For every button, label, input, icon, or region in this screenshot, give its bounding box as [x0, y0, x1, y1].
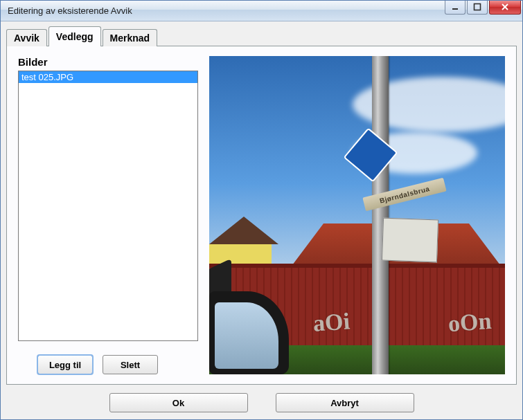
- window-frame: Editering av eksisterende Avvik Avvik Ve…: [0, 0, 523, 420]
- tab-merknad[interactable]: Merknad: [103, 29, 158, 46]
- preview-pole: [372, 56, 389, 374]
- close-button[interactable]: [489, 1, 521, 15]
- svg-rect-0: [452, 8, 458, 10]
- window-controls: [443, 1, 521, 15]
- client-area: Avvik Vedlegg Merknad Bilder test 025.JP…: [1, 21, 522, 419]
- tab-avvik[interactable]: Avvik: [6, 29, 47, 46]
- preview-info-panel: [382, 218, 438, 263]
- titlebar[interactable]: Editering av eksisterende Avvik: [1, 1, 522, 21]
- attachment-listbox[interactable]: test 025.JPG: [18, 71, 198, 341]
- preview-graffiti: aOi: [312, 308, 351, 337]
- minimize-icon: [451, 3, 459, 11]
- bilder-label: Bilder: [18, 56, 198, 68]
- minimize-button[interactable]: [445, 1, 466, 15]
- maximize-icon: [473, 3, 481, 11]
- add-button[interactable]: Legg til: [37, 355, 93, 374]
- left-column: Bilder test 025.JPG Legg til Slett: [18, 56, 198, 374]
- svg-rect-1: [475, 4, 481, 10]
- tab-vedlegg[interactable]: Vedlegg: [48, 26, 101, 46]
- preview-graffiti: oOn: [447, 308, 492, 337]
- panel-row: Bilder test 025.JPG Legg til Slett: [18, 56, 505, 374]
- preview-house: [209, 217, 292, 265]
- maximize-button[interactable]: [467, 1, 488, 15]
- cancel-button[interactable]: Avbryt: [276, 393, 414, 412]
- tab-panel-vedlegg: Bilder test 025.JPG Legg til Slett: [6, 46, 517, 385]
- delete-button[interactable]: Slett: [103, 355, 158, 374]
- preview-car-mirror: [209, 264, 299, 374]
- image-preview: aOi oOn Bjørndalsbrua: [209, 56, 505, 374]
- close-icon: [500, 3, 510, 11]
- window-title: Editering av eksisterende Avvik: [8, 6, 443, 16]
- ok-button[interactable]: Ok: [109, 393, 248, 412]
- dialog-button-bar: Ok Avbryt: [6, 390, 517, 414]
- list-button-row: Legg til Slett: [18, 355, 198, 374]
- tab-bar: Avvik Vedlegg Merknad: [6, 26, 517, 46]
- list-item[interactable]: test 025.JPG: [19, 71, 197, 83]
